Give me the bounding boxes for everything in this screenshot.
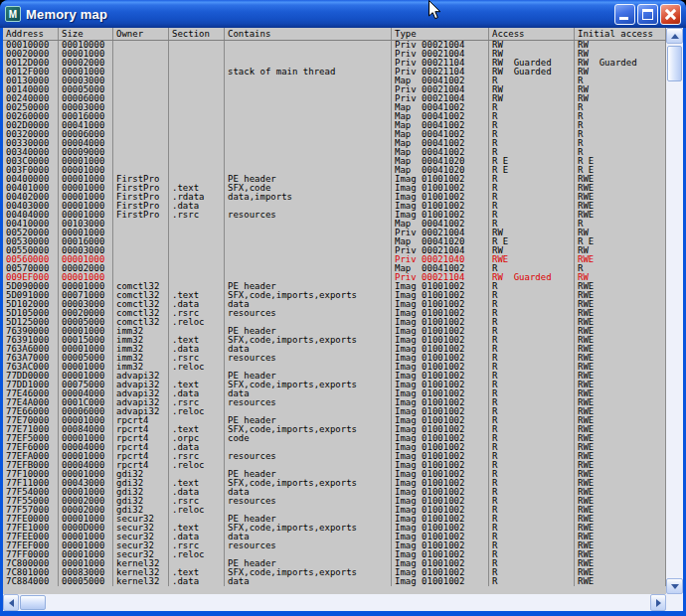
table-row[interactable]: 76391000 00015000 imm32 .text SFX,code,i…: [3, 336, 666, 345]
table-row[interactable]: 00010000 00010000 Priv 00021004 RW RW: [3, 41, 666, 50]
table-row[interactable]: 002D0000 00041000 Map 00041002 R R: [3, 121, 666, 130]
table-row[interactable]: 77FF0000 00001000 secur32 .reloc Imag 01…: [3, 550, 666, 559]
scroll-right-button[interactable]: [650, 594, 666, 611]
cell-size: 00005000: [59, 85, 113, 94]
table-row[interactable]: 763A6000 00001000 imm32 .data data Imag …: [3, 345, 666, 354]
table-row[interactable]: 77FEE000 00001000 secur32 .data data Ima…: [3, 533, 666, 541]
column-header-contains: Contains: [225, 28, 392, 40]
vertical-scrollbar[interactable]: [666, 28, 683, 594]
table-row[interactable]: 00330000 00004000 Map 00041002 R R: [3, 139, 666, 148]
table-row[interactable]: 00130000 00003000 Map 00041002 R R: [3, 77, 666, 85]
table-row[interactable]: 00530000 00016000 Map 00041020 R E R E: [3, 237, 666, 246]
table-row[interactable]: 7C801000 00083000 kernel32 .text SFX,cod…: [3, 568, 666, 577]
table-row[interactable]: 77EF5000 00001000 rpcrt4 .orpc code Imag…: [3, 434, 666, 443]
table-row[interactable]: 77F11000 00043000 gdi32 .text SFX,code,i…: [3, 479, 666, 488]
table-row[interactable]: 00520000 00001000 Priv 00021004 RW RW: [3, 229, 666, 237]
cell-access: R: [489, 112, 575, 121]
table-row[interactable]: 00250000 00003000 Map 00041002 R R: [3, 103, 666, 112]
horizontal-scrollbar[interactable]: [3, 594, 666, 611]
table-row[interactable]: 763AC000 00001000 imm32 .reloc Imag 0100…: [3, 363, 666, 372]
table-row[interactable]: 763A7000 00005000 imm32 .rsrc resources …: [3, 354, 666, 363]
cell-section: .reloc: [169, 461, 225, 470]
table-row[interactable]: 77E71000 00084000 rpcrt4 .text SFX,code,…: [3, 425, 666, 434]
table-row[interactable]: 00401000 00001000 FirstPro .text SFX,cod…: [3, 184, 666, 193]
table-row[interactable]: 77EFA000 00001000 rpcrt4 .rsrc resources…: [3, 452, 666, 461]
table-row[interactable]: 77DD0000 00001000 advapi32 PE header Ima…: [3, 372, 666, 381]
table-row[interactable]: 77FE0000 00001000 secur32 PE header Imag…: [3, 515, 666, 524]
cell-access: R: [489, 139, 575, 148]
table-row[interactable]: 77DD1000 00075000 advapi32 .text SFX,cod…: [3, 381, 666, 389]
table-row[interactable]: 77E66000 00006000 advapi32 .reloc Imag 0…: [3, 407, 666, 416]
cell-owner: comctl32: [113, 300, 169, 309]
cell-type: Imag 01001002: [392, 550, 489, 559]
table-row[interactable]: 00400000 00001000 FirstPro PE header Ima…: [3, 175, 666, 184]
table-row[interactable]: 00402000 00001000 FirstPro .rdata data,i…: [3, 193, 666, 202]
table-row[interactable]: 00570000 00002000 Map 00041002 R R: [3, 264, 666, 273]
table-row[interactable]: 77EFB000 00004000 rpcrt4 .reloc Imag 010…: [3, 461, 666, 470]
table-row[interactable]: 00320000 00006000 Map 00041002 R R: [3, 130, 666, 139]
table-row[interactable]: 003F0000 00001000 Map 00041020 R E R E: [3, 166, 666, 175]
cell-address: 5D090000: [3, 282, 59, 291]
table-row[interactable]: 77FEF000 00001000 secur32 .rsrc resource…: [3, 541, 666, 550]
horizontal-scroll-thumb[interactable]: [20, 595, 46, 610]
cell-access: R: [489, 470, 575, 479]
table-row[interactable]: 77E4A000 0001C000 advapi32 .rsrc resourc…: [3, 398, 666, 407]
table-row[interactable]: 77FE1000 0000D000 secur32 .text SFX,code…: [3, 524, 666, 533]
cell-section: [169, 237, 225, 246]
vertical-scroll-thumb[interactable]: [667, 46, 682, 81]
table-row[interactable]: 7C884000 00005000 kernel32 .data data Im…: [3, 577, 666, 586]
table-row[interactable]: 77F55000 00002000 gdi32 .rsrc resources …: [3, 497, 666, 506]
table-row[interactable]: 009EF000 00001000 Priv 00021104 RW Guard…: [3, 273, 666, 282]
table-row[interactable]: 5D091000 00071000 comctl32 .text SFX,cod…: [3, 291, 666, 300]
table-row[interactable]: 00020000 00001000 Priv 00021004 RW RW: [3, 50, 666, 59]
vertical-scroll-track[interactable]: [666, 44, 683, 578]
cell-size: 00001000: [59, 157, 113, 166]
table-row[interactable]: 00404000 00001000 FirstPro .rsrc resourc…: [3, 211, 666, 220]
cell-owner: [113, 237, 169, 246]
table-row[interactable]: 77F10000 00001000 gdi32 PE header Imag 0…: [3, 470, 666, 479]
table-row[interactable]: 00260000 00016000 Map 00041002 R R: [3, 112, 666, 121]
table-row[interactable]: 00550000 00003000 Priv 00021004 RW RW: [3, 246, 666, 255]
table-row[interactable]: 77F57000 00002000 gdi32 .reloc Imag 0100…: [3, 506, 666, 515]
cell-type: Imag 01001002: [392, 515, 489, 524]
table-row[interactable]: 5D102000 00003000 comctl32 .data data Im…: [3, 300, 666, 309]
scroll-down-button[interactable]: [666, 578, 683, 594]
table-row[interactable]: 00403000 00001000 FirstPro .data Imag 01…: [3, 202, 666, 211]
scroll-left-button[interactable]: [3, 594, 19, 611]
titlebar[interactable]: M Memory map: [0, 0, 686, 28]
cell-section: [169, 166, 225, 175]
table-row[interactable]: 77F54000 00001000 gdi32 .data data Imag …: [3, 488, 666, 497]
table-row[interactable]: 00140000 00005000 Priv 00021004 RW RW: [3, 85, 666, 94]
table-row[interactable]: 00240000 00006000 Priv 00021004 RW RW: [3, 94, 666, 103]
table-row[interactable]: 7C800000 00001000 kernel32 PE header Ima…: [3, 559, 666, 568]
cell-contains: [225, 121, 392, 130]
table-row[interactable]: 77E46000 00004000 advapi32 .data data Im…: [3, 389, 666, 398]
cell-section: .text: [169, 381, 225, 389]
table-row[interactable]: 0012D000 00002000 Priv 00021104 RW Guard…: [3, 59, 666, 68]
cell-size: 00043000: [59, 479, 113, 488]
table-row[interactable]: 77E70000 00001000 rpcrt4 PE header Imag …: [3, 416, 666, 425]
cell-size: 00001000: [59, 550, 113, 559]
table-row[interactable]: 76390000 00001000 imm32 PE header Imag 0…: [3, 327, 666, 336]
cell-type: Imag 01001002: [392, 389, 489, 398]
table-row[interactable]: 00340000 00009000 Map 00041002 R R: [3, 148, 666, 157]
table-row[interactable]: 003C0000 00001000 Map 00041020 R E R E: [3, 157, 666, 166]
horizontal-scroll-track[interactable]: [19, 594, 650, 611]
table-row[interactable]: 77EF6000 00004000 rpcrt4 .data Imag 0100…: [3, 443, 666, 452]
table-row[interactable]: 0012F000 00001000 stack of main thread P…: [3, 68, 666, 77]
cell-owner: FirstPro: [113, 175, 169, 184]
cell-type: Imag 01001002: [392, 336, 489, 345]
memory-map-icon[interactable]: M: [5, 6, 21, 22]
close-button[interactable]: [660, 4, 681, 25]
minimize-button[interactable]: [614, 4, 635, 25]
table-row[interactable]: 5D125000 00005000 comctl32 .reloc Imag 0…: [3, 318, 666, 327]
maximize-button[interactable]: [637, 4, 658, 25]
table-row[interactable]: 5D090000 00001000 comctl32 PE header Ima…: [3, 282, 666, 291]
table-row[interactable]: 00410000 00103000 Map 00041002 R R: [3, 220, 666, 229]
scroll-up-button[interactable]: [666, 28, 683, 44]
table-row[interactable]: 00560000 00001000 Priv 00021040 RWE RWE: [3, 255, 666, 264]
cell-initial-access: RWE: [575, 470, 666, 479]
cell-size: 00004000: [59, 139, 113, 148]
table-row[interactable]: 5D105000 00020000 comctl32 .rsrc resourc…: [3, 309, 666, 318]
cell-type: Map 00041020: [392, 237, 489, 246]
